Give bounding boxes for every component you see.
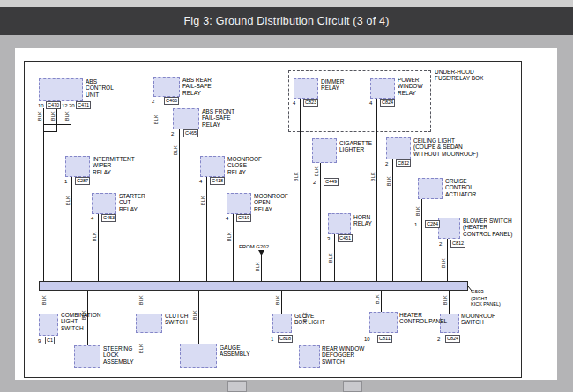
wire-color-label: BLK (302, 312, 308, 322)
gauge-assembly-label: GAUGE ASSEMBLY (220, 344, 250, 358)
wire-color-label: BLK (64, 111, 70, 121)
pin-label: 2 (171, 131, 174, 137)
wire-color-label: BLK (294, 172, 299, 181)
abs-control-unit-box (39, 78, 83, 101)
connector-label: C419 (236, 214, 251, 222)
heater-control-panel-label: HEATER CONTROL PANEL (399, 312, 447, 325)
wire-color-label: BLK (386, 176, 391, 186)
window-top-strip (0, 0, 573, 7)
abs-front-fail-safe-relay-box (173, 108, 199, 129)
wire-color-label: BLK (138, 344, 144, 353)
pin-label: 4 (226, 216, 228, 221)
horn-relay-box (328, 213, 351, 234)
wire-color-label: BLK (192, 310, 197, 320)
wire-color-label: BLK (443, 295, 448, 305)
underhood-fuse-relay-box-label: UNDER-HOOD FUSE/RELAY BOX (435, 69, 483, 82)
wire-color-label: BLK (37, 111, 42, 121)
pin-label: 4 (91, 216, 93, 221)
pin-label: 12 (62, 103, 68, 108)
connector-label: C824 (445, 335, 460, 343)
cigarette-lighter-label: CIGARETTE LIGHTER (339, 140, 372, 153)
moonroof-close-relay-box (200, 156, 225, 177)
cruise-control-actuator-label: CRUISE CONTROL ACTUATOR (445, 178, 476, 197)
pin-label: 4 (369, 100, 372, 106)
wire-color-label: BLK (81, 310, 86, 320)
connector-label: C470 (46, 101, 61, 109)
power-window-relay-label: POWER WINDOW RELAY (398, 77, 423, 96)
pin-label: 20 (69, 103, 75, 108)
wire-color-label: BLK (153, 115, 159, 124)
from-g202-label: FROM G202 (239, 244, 269, 250)
glove-box-light-box (272, 314, 292, 333)
pin-label: 10 (38, 103, 44, 108)
ground-id-label: G503 (471, 289, 484, 295)
wire-color-label: BLK (415, 206, 420, 216)
glove-box-light-label: GLOVE BOX LIGHT (294, 313, 325, 326)
abs-front-fail-safe-relay-label: ABS FRONT FAIL-SAFE RELAY (202, 108, 234, 128)
pin-label: 2 (437, 337, 440, 342)
pin-label: 1 (271, 337, 273, 342)
moonroof-open-relay-label: MOONROOF OPEN RELAY (254, 193, 288, 212)
toolbar-button[interactable] (227, 381, 247, 392)
rear-window-defogger-switch-label: REAR WINDOW DEFOGGER SWITCH (322, 345, 364, 365)
clutch-switch-box (136, 314, 162, 333)
ceiling-light-label: CEILING LIGHT (COUPE & SEDAN WITHOUT MOO… (413, 137, 478, 157)
clutch-switch-label: CLUTCH SWITCH (165, 313, 188, 326)
blower-switch-label: BLOWER SWITCH (HEATER CONTROL PANEL) (463, 218, 512, 237)
wire-color-label: BLK (441, 258, 446, 268)
rear-window-defogger-switch-box (299, 345, 320, 368)
starter-cut-relay-label: STARTER CUT RELAY (119, 193, 145, 212)
wire-color-label: BLK (200, 196, 205, 205)
figure-title: Fig 3: Ground Distribution Circuit (3 of… (184, 15, 390, 27)
dimmer-relay-box (294, 78, 318, 99)
wire-color-label: BLK (328, 253, 333, 263)
connector-label: C811 (377, 335, 392, 343)
connector-label: C453 (101, 214, 116, 222)
intermittent-wiper-relay-box (65, 156, 90, 177)
toolbar-button[interactable] (343, 381, 362, 392)
connector-label: C818 (278, 335, 293, 343)
connector-label: C287 (75, 177, 90, 185)
wire-color-label: BLK (92, 232, 97, 241)
pin-label: 1 (414, 222, 417, 227)
title-bar: Fig 3: Ground Distribution Circuit (3 of… (0, 7, 573, 35)
gauge-assembly-box (180, 344, 217, 368)
connector-label: C449 (324, 178, 339, 186)
connector-label: C824 (380, 99, 395, 107)
connector-label: C284 (425, 220, 440, 228)
abs-control-unit-label: ABS CONTROL UNIT (86, 78, 114, 98)
cruise-control-actuator-box (418, 178, 443, 199)
blower-switch-box (438, 218, 460, 239)
moonroof-switch-label: MOONROOF SWITCH (461, 313, 495, 326)
wire-color-label: BLK (41, 295, 47, 305)
pin-label: 2 (152, 99, 154, 104)
wire-color-label: BLK (65, 196, 71, 205)
dimmer-relay-label: DIMMER RELAY (321, 78, 344, 92)
connector-label: C1 (45, 337, 55, 344)
wire-color-label: BLK (275, 295, 280, 305)
pin-label: 3 (327, 236, 330, 241)
wire-color-label: BLK (50, 111, 56, 121)
pin-label: 2 (439, 241, 442, 247)
pin-label: 1 (64, 179, 67, 184)
combination-light-switch-box (39, 314, 58, 336)
pin-label: 10 (364, 337, 370, 342)
pin-label: 2 (313, 180, 316, 185)
connector-label: C812 (450, 240, 465, 248)
steering-lock-assembly-label: STEERING LOCK ASSEMBLY (103, 345, 134, 365)
pin-label: 2 (385, 161, 388, 166)
moonroof-open-relay-box (227, 193, 251, 214)
moonroof-close-relay-label: MOONROOF CLOSE RELAY (227, 156, 262, 175)
pin-label: 4 (199, 179, 202, 184)
ground-bus (39, 281, 468, 291)
abs-rear-fail-safe-relay-label: ABS REAR FAIL-SAFE RELAY (182, 77, 212, 96)
starter-cut-relay-box (92, 193, 116, 214)
connector-label: C471 (76, 101, 91, 109)
connector-label: C812 (396, 159, 411, 167)
wire-color-label: BLK (227, 232, 232, 241)
steering-lock-assembly-box (74, 345, 100, 368)
horn-relay-label: HORN RELAY (353, 214, 372, 227)
wire-color-label: BLK (173, 145, 178, 155)
intermittent-wiper-relay-label: INTERMITTENT WIPER RELAY (93, 156, 135, 175)
pin-label: 4 (293, 100, 295, 106)
